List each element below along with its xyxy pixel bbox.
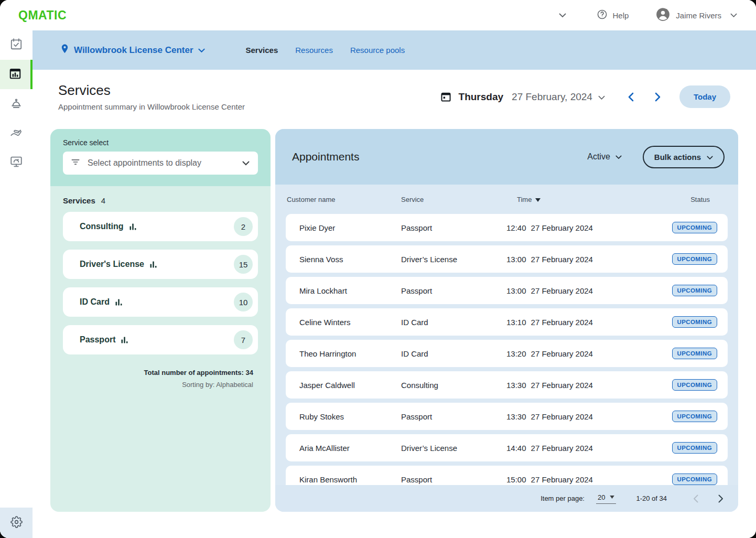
sidebar bbox=[0, 30, 33, 538]
appointment-row[interactable]: Sienna Voss Driver’s License 13:00 27 Fe… bbox=[286, 245, 728, 273]
sidebar-item-service-bell[interactable] bbox=[0, 89, 33, 119]
service-cell: Consulting bbox=[401, 381, 506, 390]
service-bell-icon bbox=[9, 96, 23, 112]
appointments-title: Appointments bbox=[292, 150, 359, 163]
topbar-right: Help Jaime Rivers bbox=[559, 7, 737, 23]
sidebar-item-dashboard[interactable] bbox=[0, 148, 33, 177]
sidebar-item-serve[interactable] bbox=[0, 119, 33, 148]
status-badge: UPCOMING bbox=[672, 411, 717, 422]
time-cell: 14:40 27 February 2024 bbox=[506, 444, 672, 453]
status-badge: UPCOMING bbox=[672, 222, 717, 233]
calendar-check-icon bbox=[9, 37, 23, 53]
items-per-page-label: Item per page: bbox=[541, 494, 585, 502]
appointment-row[interactable]: Mira Lockhart Passport 13:00 27 February… bbox=[286, 277, 728, 304]
service-count-badge: 10 bbox=[234, 293, 253, 311]
status-filter-dropdown[interactable]: Active bbox=[587, 152, 622, 162]
service-select-placeholder: Select appointments to display bbox=[88, 158, 235, 168]
service-select-panel: Service select Select appointments to di… bbox=[50, 129, 271, 512]
status-cell: UPCOMING bbox=[672, 285, 717, 296]
location-pin-icon bbox=[60, 44, 69, 57]
status-badge: UPCOMING bbox=[672, 253, 717, 265]
page-subtitle: Appointment summary in Willowbrook Licen… bbox=[58, 102, 245, 111]
status-cell: UPCOMING bbox=[672, 379, 717, 391]
service-cell: Passport bbox=[401, 412, 506, 421]
gear-icon bbox=[10, 516, 23, 530]
previous-page-button[interactable] bbox=[691, 492, 700, 505]
branch-name: Willowbrook License Center bbox=[74, 45, 193, 56]
service-name: Passport bbox=[80, 335, 115, 345]
appointment-row[interactable]: Theo Harrington ID Card 13:20 27 Februar… bbox=[286, 340, 728, 367]
time-cell: 15:00 27 February 2024 bbox=[506, 475, 672, 484]
status-cell: UPCOMING bbox=[672, 474, 717, 485]
next-page-button[interactable] bbox=[716, 492, 726, 505]
monitor-gauge-icon bbox=[9, 155, 23, 170]
sidebar-item-appointment-summary[interactable] bbox=[0, 60, 33, 89]
appointment-row[interactable]: Ruby Stokes Passport 13:30 27 February 2… bbox=[286, 403, 728, 430]
appointment-row[interactable]: Aria McAllister Driver’s License 14:40 2… bbox=[286, 434, 728, 461]
section-tabs: Services Resources Resource pools bbox=[246, 46, 405, 55]
date-selector[interactable]: 27 February, 2024 bbox=[512, 91, 605, 103]
items-per-page-select[interactable]: 20 bbox=[596, 493, 616, 504]
topbar-chevron-down-icon[interactable] bbox=[559, 13, 566, 18]
sidebar-item-appointments[interactable] bbox=[0, 30, 33, 60]
bulk-actions-label: Bulk actions bbox=[654, 153, 701, 162]
status-cell: UPCOMING bbox=[672, 316, 717, 328]
status-badge: UPCOMING bbox=[672, 316, 717, 328]
appointment-row[interactable]: Pixie Dyer Passport 12:40 27 February 20… bbox=[286, 214, 728, 241]
appointment-row[interactable]: Celine Winters ID Card 13:10 27 February… bbox=[286, 308, 728, 336]
date-weekday: Thursday bbox=[459, 91, 504, 103]
date-chevron-down-icon bbox=[598, 91, 605, 103]
time-cell: 13:30 27 February 2024 bbox=[506, 412, 672, 421]
branch-selector[interactable]: Willowbrook License Center bbox=[60, 44, 205, 57]
status-cell: UPCOMING bbox=[672, 442, 717, 454]
pagination-bar: Item per page: 20 1-20 of 34 bbox=[275, 485, 738, 512]
service-cell: Driver’s License bbox=[401, 444, 506, 453]
service-name: ID Card bbox=[80, 297, 110, 307]
user-menu[interactable]: Jaime Rivers bbox=[656, 7, 737, 23]
service-card[interactable]: ID Card 10 bbox=[63, 287, 258, 317]
user-chevron-down-icon bbox=[730, 13, 737, 18]
tab-services[interactable]: Services bbox=[246, 46, 278, 55]
next-day-button[interactable] bbox=[653, 90, 663, 104]
calendar-icon bbox=[440, 91, 452, 103]
service-count-badge: 7 bbox=[234, 330, 253, 349]
appointment-row[interactable]: Jasper Caldwell Consulting 13:30 27 Febr… bbox=[286, 371, 728, 399]
time-cell: 13:00 27 February 2024 bbox=[506, 286, 672, 295]
services-list-title: Services bbox=[63, 196, 95, 205]
pagination-range: 1-20 of 34 bbox=[636, 494, 667, 502]
service-totals: Total number of appointments: 34 Sorting… bbox=[63, 369, 258, 389]
service-cell: Passport bbox=[401, 475, 506, 484]
customer-name-cell: Jasper Caldwell bbox=[299, 381, 401, 390]
avatar-icon bbox=[656, 7, 670, 23]
service-count-badge: 2 bbox=[234, 217, 253, 236]
service-name: Driver's License bbox=[80, 260, 144, 269]
today-button[interactable]: Today bbox=[679, 85, 730, 108]
service-card[interactable]: Passport 7 bbox=[63, 325, 258, 354]
column-time-sort[interactable]: Time bbox=[517, 196, 690, 203]
column-customer-name: Customer name bbox=[287, 196, 401, 203]
service-cell: ID Card bbox=[401, 349, 506, 358]
service-cell: Driver’s License bbox=[401, 255, 506, 264]
time-cell: 13:30 27 February 2024 bbox=[506, 381, 672, 390]
tab-resources[interactable]: Resources bbox=[295, 46, 333, 55]
customer-name-cell: Pixie Dyer bbox=[299, 223, 401, 232]
previous-day-button[interactable] bbox=[626, 90, 636, 104]
help-button[interactable]: Help bbox=[597, 9, 629, 21]
status-cell: UPCOMING bbox=[672, 253, 717, 265]
sidebar-settings[interactable] bbox=[0, 508, 33, 538]
status-badge: UPCOMING bbox=[672, 348, 717, 359]
tab-resource-pools[interactable]: Resource pools bbox=[350, 46, 405, 55]
calendar-stats-icon bbox=[8, 67, 22, 82]
filter-chevron-down-icon bbox=[615, 152, 622, 162]
service-card[interactable]: Consulting 2 bbox=[63, 212, 258, 241]
service-cell: ID Card bbox=[401, 318, 506, 327]
bulk-actions-button[interactable]: Bulk actions bbox=[643, 146, 725, 168]
status-badge: UPCOMING bbox=[672, 285, 717, 296]
status-badge: UPCOMING bbox=[672, 474, 717, 485]
service-select-dropdown[interactable]: Select appointments to display bbox=[63, 152, 258, 175]
service-card[interactable]: Driver's License 15 bbox=[63, 250, 258, 279]
date-value: 27 February, 2024 bbox=[512, 91, 592, 103]
customer-name-cell: Sienna Voss bbox=[299, 255, 401, 264]
page-title: Services bbox=[58, 82, 245, 99]
service-cell: Passport bbox=[401, 286, 506, 295]
